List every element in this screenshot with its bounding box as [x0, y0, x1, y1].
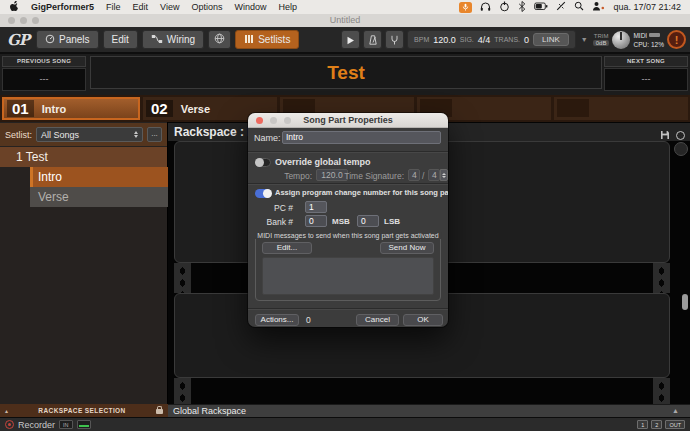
gigperformer-app: GigPerformer5 File Edit View Options Win… [0, 0, 690, 431]
menu-item-help[interactable]: Help [278, 2, 297, 12]
output-2-badge: 2 [651, 420, 662, 429]
menubar-clock[interactable]: qua. 17/07 21:42 [613, 2, 681, 12]
next-song-widget[interactable]: NEXT SONG --- [604, 56, 688, 91]
trim-control[interactable]: TRIM 0dB [593, 33, 610, 46]
gigperformer-logo: GP [4, 31, 32, 49]
bluetooth-icon[interactable] [518, 1, 526, 14]
setlist-sidebar: Setlist: All Songs ... 1 Test Intro Vers… [0, 122, 168, 404]
cancel-button[interactable]: Cancel [356, 314, 399, 326]
trans-label: TRANS. [494, 36, 520, 43]
microphone-icon[interactable] [459, 2, 472, 13]
recorder-label[interactable]: Recorder [18, 420, 55, 430]
panel-knob[interactable] [674, 142, 688, 156]
panels-button[interactable]: Panels [36, 30, 99, 49]
song-list-item-test[interactable]: 1 Test [0, 147, 167, 167]
rack-rail [174, 378, 191, 404]
edit-button[interactable]: Edit [103, 30, 138, 49]
midi-in-badge: IN [59, 420, 73, 429]
apple-menu-icon[interactable] [9, 1, 19, 14]
setlists-button[interactable]: Setlists [235, 30, 299, 49]
edit-midi-button[interactable]: Edit... [262, 242, 312, 254]
midi-messages-textarea[interactable] [262, 257, 434, 295]
menu-item-file[interactable]: File [106, 2, 121, 12]
divider [248, 308, 448, 310]
time-signature-denominator-field[interactable]: 4 [428, 169, 440, 181]
divider [248, 151, 448, 153]
expand-panel-icon[interactable]: ▲ [672, 405, 679, 417]
play-button[interactable] [341, 30, 360, 49]
setlists-button-label: Setlists [258, 34, 290, 45]
tuner-button[interactable] [385, 30, 404, 49]
send-now-button[interactable]: Send Now [380, 242, 434, 254]
song-part-list-item-verse[interactable]: Verse [30, 187, 168, 207]
sig-value[interactable]: 4/4 [478, 35, 491, 45]
play-icon [346, 31, 355, 49]
link-button[interactable]: LINK [533, 33, 569, 46]
refresh-icon[interactable] [676, 131, 685, 140]
assign-pc-toggle[interactable] [255, 189, 271, 198]
setlist-more-button[interactable]: ... [147, 127, 162, 142]
metronome-button[interactable] [363, 30, 382, 49]
trans-value[interactable]: 0 [524, 35, 529, 45]
menu-item-options[interactable]: Options [191, 2, 222, 12]
current-song-title: Test [90, 56, 602, 89]
midi-messages-group-title: MIDI messages to send when this song par… [254, 232, 441, 239]
menu-item-view[interactable]: View [160, 2, 179, 12]
dialog-close-button[interactable] [256, 117, 263, 124]
edit-button-label: Edit [112, 34, 129, 45]
power-icon[interactable] [499, 1, 510, 14]
headphones-icon[interactable] [480, 1, 491, 14]
song-part-slot[interactable] [554, 97, 688, 120]
song-part-list-item-intro[interactable]: Intro [30, 167, 168, 187]
setlist-select[interactable]: All Songs [36, 127, 143, 142]
previous-song-value[interactable]: --- [2, 68, 86, 91]
ok-button[interactable]: OK [403, 314, 443, 326]
menu-item-gigperformer5[interactable]: GigPerformer5 [31, 2, 94, 12]
song-part-number: 01 [7, 100, 34, 117]
fast-user-switching-icon[interactable] [592, 1, 605, 13]
next-song-value[interactable]: --- [604, 68, 688, 91]
output-badge: OUT [665, 420, 685, 429]
override-tempo-label: Override global tempo [275, 157, 371, 167]
bank-lsb-field[interactable]: 0 [357, 215, 379, 227]
dialog-minimize-button [270, 117, 277, 124]
search-icon[interactable] [574, 1, 584, 13]
song-navigation: PREVIOUS SONG --- Test NEXT SONG --- [0, 54, 690, 95]
midi-label: MIDI [633, 32, 647, 39]
song-part-intro[interactable]: 01 Intro [2, 97, 140, 120]
pc-field[interactable]: 1 [305, 201, 327, 213]
tempo-dropdown-icon[interactable]: ▼ [579, 36, 590, 43]
bpm-value[interactable]: 120.0 [433, 35, 456, 45]
wiring-button[interactable]: Wiring [142, 30, 204, 49]
panic-button[interactable]: ! [667, 30, 686, 49]
record-icon[interactable] [5, 420, 14, 429]
time-signature-numerator-field[interactable]: 4 [408, 169, 420, 181]
battery-icon[interactable] [534, 2, 548, 13]
previous-song-widget[interactable]: PREVIOUS SONG --- [2, 56, 86, 91]
scrollbar-thumb[interactable] [682, 294, 688, 310]
override-tempo-toggle[interactable] [255, 158, 271, 167]
menu-item-window[interactable]: Window [234, 2, 266, 12]
rackspace-selection-bar[interactable]: ▴ RACKSPACE SELECTION [0, 404, 168, 417]
setlist-icon [244, 34, 254, 46]
global-rackspace-statusbar: Global Rackspace ▲ [168, 404, 690, 417]
time-signature-stepper[interactable] [440, 169, 448, 181]
actions-button[interactable]: Actions... [255, 314, 299, 326]
tuning-fork-icon [390, 31, 399, 49]
song-part-number: 02 [146, 100, 173, 117]
divider [248, 183, 448, 185]
time-signature-label: Time Signature: [344, 171, 404, 181]
name-field[interactable]: Intro [282, 131, 441, 144]
slash-icon[interactable] [556, 1, 566, 13]
transport-area: BPM 120.0 SIG. 4/4 TRANS. 0 LINK ▼ TRIM … [341, 30, 686, 49]
previous-song-label: PREVIOUS SONG [2, 56, 86, 67]
dialog-titlebar[interactable]: Song Part Properties [248, 113, 448, 128]
lock-icon[interactable] [156, 409, 163, 414]
menu-item-edit[interactable]: Edit [133, 2, 149, 12]
pc-label: PC # [255, 203, 293, 213]
setlist-label: Setlist: [5, 130, 32, 140]
bank-msb-field[interactable]: 0 [305, 215, 327, 227]
master-volume-knob[interactable] [612, 31, 630, 49]
msb-label: MSB [332, 217, 350, 226]
globe-button[interactable] [208, 30, 231, 49]
